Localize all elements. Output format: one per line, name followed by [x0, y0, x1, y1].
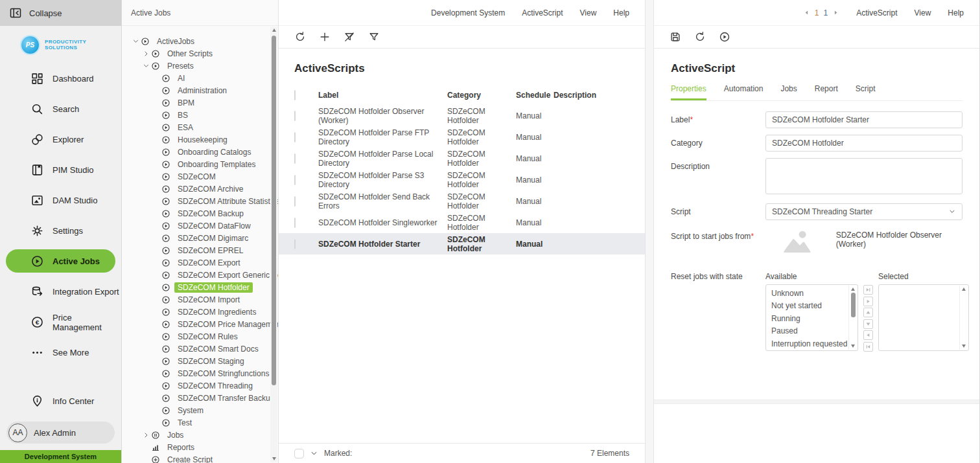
table-row[interactable]: SDZeCOM Hotfolder Parse Local Directory …: [279, 148, 645, 169]
sidebar-item[interactable]: DAM Studio: [0, 185, 121, 216]
list-option[interactable]: Paused: [766, 325, 847, 338]
tree-expander-icon[interactable]: [152, 185, 161, 193]
tree-expander-icon[interactable]: [152, 370, 161, 378]
menu-item[interactable]: ActiveScript: [856, 8, 897, 17]
script-select[interactable]: SDZeCOM Threading Starter: [765, 203, 962, 220]
script-start-value[interactable]: SDZeCOM Hotfolder Observer (Worker): [836, 228, 962, 249]
tree-expander-icon[interactable]: [152, 271, 161, 279]
tree-item[interactable]: Other Scripts: [122, 47, 269, 60]
prev-record-icon[interactable]: [803, 9, 810, 16]
scroll-up-icon[interactable]: [962, 288, 966, 291]
transfer-button[interactable]: [863, 330, 873, 340]
tree-item[interactable]: Onboarding Templates: [122, 158, 269, 170]
tree-item[interactable]: SDZeCOM Smart Docs: [122, 343, 269, 355]
tree-item[interactable]: SDZeCOM Stringfunctions: [122, 367, 269, 379]
tree-expander-icon[interactable]: [152, 308, 161, 316]
list-option[interactable]: Running: [766, 312, 847, 325]
tree-item[interactable]: SDZeCOM Rules: [122, 330, 269, 343]
transfer-button[interactable]: [863, 319, 873, 329]
table-row[interactable]: SDZeCOM Hotfolder Observer (Worker) SDZe…: [279, 105, 645, 126]
tree-item[interactable]: SDZeCOM Transfer Backup: [122, 392, 269, 404]
tree-item[interactable]: SDZeCOM Threading: [122, 379, 269, 392]
column-header-category[interactable]: Category: [447, 91, 516, 100]
run-button[interactable]: [719, 31, 730, 43]
row-checkbox[interactable]: [294, 218, 296, 228]
add-button[interactable]: [319, 31, 331, 43]
tree-expander-icon[interactable]: [152, 345, 161, 353]
tree-item[interactable]: SDZeCOM Price Management: [122, 318, 269, 330]
tree-item[interactable]: SDZeCOM Staging: [122, 355, 269, 367]
tree-expander-icon[interactable]: [152, 136, 161, 144]
tree-expander-icon[interactable]: [152, 259, 161, 267]
footer-checkbox[interactable]: [294, 449, 304, 458]
tree-item[interactable]: BS: [122, 109, 269, 121]
tree-expander-icon[interactable]: [152, 99, 161, 107]
next-record-icon[interactable]: [832, 9, 839, 16]
tree-item[interactable]: Create Script: [122, 453, 269, 463]
collapse-button[interactable]: Collapse: [0, 0, 121, 26]
listbox-scrollbar[interactable]: [848, 286, 857, 350]
table-row[interactable]: SDZeCOM Hotfolder Singleworker SDZeCOM H…: [279, 212, 645, 233]
tree-item[interactable]: SDZeCOM: [122, 170, 269, 183]
tree-item[interactable]: Presets: [122, 60, 269, 72]
tree-expander-icon[interactable]: [152, 148, 161, 156]
tree-expander-icon[interactable]: [152, 234, 161, 242]
tree-item[interactable]: SDZeCOM Archive: [122, 183, 269, 195]
description-textarea[interactable]: [765, 158, 962, 194]
tree-expander-icon[interactable]: [141, 456, 151, 463]
menu-item[interactable]: View: [580, 8, 597, 17]
tab[interactable]: Automation: [724, 84, 764, 100]
table-row[interactable]: SDZeCOM Hotfolder Starter SDZeCOM Hotfol…: [279, 233, 645, 254]
tree-expander-icon[interactable]: [152, 357, 161, 365]
tree-item[interactable]: ActiveJobs: [122, 35, 269, 47]
select-all-checkbox[interactable]: [294, 90, 296, 100]
column-header-description[interactable]: Description: [554, 91, 645, 100]
save-button[interactable]: [670, 31, 681, 43]
tree-item[interactable]: Housekeeping: [122, 133, 269, 146]
tree-item[interactable]: Onboarding Catalogs: [122, 146, 269, 158]
tree-item[interactable]: Administration: [122, 84, 269, 96]
sidebar-item[interactable]: Settings: [0, 216, 121, 246]
menu-item[interactable]: Help: [948, 8, 964, 17]
tree-item[interactable]: System: [122, 404, 269, 416]
table-row[interactable]: SDZeCOM Hotfolder Parse S3 Directory SDZ…: [279, 169, 645, 190]
label-input[interactable]: SDZeCOM Hotfolder Starter: [765, 111, 962, 128]
tree-expander-icon[interactable]: [152, 161, 161, 168]
selected-listbox[interactable]: [878, 284, 969, 351]
available-listbox[interactable]: UnknownNot yet startedRunningPausedInter…: [765, 284, 858, 351]
tree-item[interactable]: SDZeCOM Export: [122, 256, 269, 269]
tree-item[interactable]: SDZeCOM DataFlow: [122, 220, 269, 232]
transfer-button[interactable]: [863, 342, 873, 352]
tree-expander-icon[interactable]: [152, 210, 161, 218]
scroll-down-icon[interactable]: [851, 344, 855, 348]
tree-scrollbar[interactable]: [270, 27, 277, 462]
tab[interactable]: Report: [815, 84, 838, 100]
tree-expander-icon[interactable]: [141, 444, 151, 451]
table-row[interactable]: SDZeCOM Hotfolder Send Back Errors SDZeC…: [279, 190, 645, 212]
row-checkbox[interactable]: [294, 175, 296, 185]
tree-expander-icon[interactable]: [141, 431, 151, 439]
column-header-schedule[interactable]: Schedule: [516, 91, 554, 100]
tree-item[interactable]: Test: [122, 416, 269, 429]
tree-item[interactable]: SDZeCOM Import: [122, 293, 269, 306]
tree-item[interactable]: SDZeCOM Hotfolder: [122, 281, 269, 293]
tree-item[interactable]: SDZeCOM Backup: [122, 207, 269, 220]
list-option[interactable]: Interruption requested: [766, 337, 847, 350]
menu-item[interactable]: View: [915, 8, 931, 17]
tree-item[interactable]: SDZeCOM Export Generic Docs: [122, 269, 269, 281]
tree-expander-icon[interactable]: [152, 87, 161, 95]
clear-filter-button[interactable]: [344, 31, 355, 43]
list-option[interactable]: Not yet started: [766, 300, 847, 313]
scrollbar-thumb[interactable]: [851, 293, 856, 317]
tree-expander-icon[interactable]: [152, 247, 161, 254]
menu-item[interactable]: Help: [613, 8, 629, 17]
sidebar-item[interactable]: PIM Studio: [0, 155, 121, 185]
scrollbar-thumb[interactable]: [272, 36, 276, 385]
tree-expander-icon[interactable]: [152, 296, 161, 304]
tree-expander-icon[interactable]: [152, 222, 161, 230]
row-checkbox[interactable]: [294, 132, 296, 142]
menu-item[interactable]: ActiveScript: [522, 8, 563, 17]
filter-button[interactable]: [368, 31, 380, 43]
tree-item[interactable]: SDZeCOM Digimarc: [122, 232, 269, 244]
refresh-button[interactable]: [294, 31, 306, 43]
